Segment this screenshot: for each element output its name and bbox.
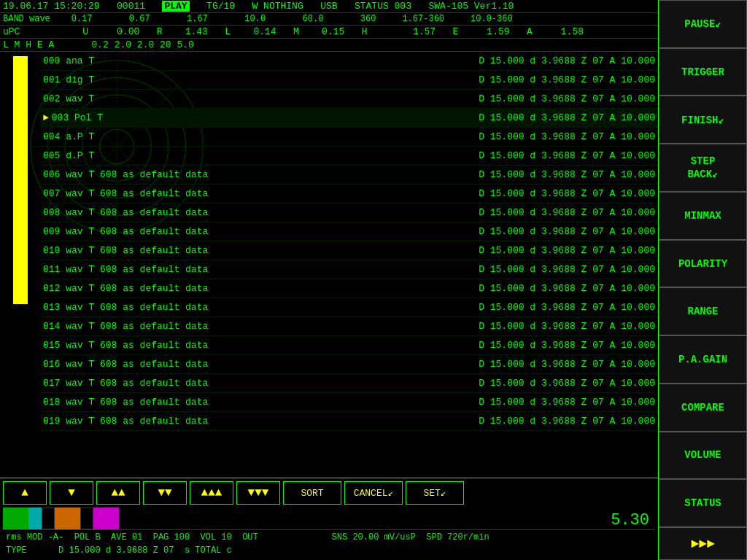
play-badge: PLAY	[162, 1, 189, 12]
d-val2: 15.000	[69, 545, 100, 556]
header-row: 19.06.17 15:20:29 00011 PLAY TG/10 W NOT…	[0, 0, 658, 13]
color-block-green	[3, 508, 28, 529]
band-v6: 360	[360, 14, 376, 24]
lmhea-row: L M H E A 0.2 2.0 2.0 20 5.0	[0, 39, 658, 52]
l-label: L	[225, 26, 231, 37]
spd-label: SPD	[426, 532, 442, 542]
channel-row-005[interactable]: 005 d.P T D 15.000 d 3.9688 Z 07 A 10.00…	[40, 147, 658, 166]
pol-val: B	[95, 532, 100, 542]
band-v3: 1.67	[187, 14, 208, 24]
bottom-status-row1: rms MOD -A- POL B AVE 01 PAG 100 VOL 10 …	[3, 529, 655, 544]
channel-row-002[interactable]: 002 wav T D 15.000 d 3.9688 Z 07 A 10.00…	[40, 90, 658, 109]
tg-label: TG/10	[206, 1, 235, 12]
band-v7: 1.67-360	[402, 14, 444, 24]
range-button[interactable]: RANGE	[659, 287, 747, 335]
level-bar	[13, 56, 28, 304]
ave-label: AVE	[111, 532, 127, 542]
bottom-controls: ▲ ▼ ▲▲ ▼▼ ▲▲▲ ▼▼▼ SORT CANCEL↙ SET↙	[0, 478, 658, 560]
z-label2: Z	[153, 545, 158, 556]
channel-row-014[interactable]: 014 wav T 608 as default data D 15.000 d…	[40, 317, 658, 336]
status-label: STATUS	[355, 1, 389, 12]
pa-gain-button[interactable]: P.A.GAIN	[659, 335, 747, 384]
value-display: 5.30	[611, 508, 655, 529]
pag-label: PAG	[153, 532, 169, 542]
pause-button[interactable]: PAUSE↙	[659, 0, 747, 48]
minmax-button[interactable]: MINMAX	[659, 192, 747, 240]
color-block-pink	[93, 508, 119, 529]
band-v1: 0.17	[71, 14, 93, 24]
channel-row-010[interactable]: 010 wav T 608 as default data D 15.000 d…	[40, 241, 658, 260]
u-label: U	[82, 26, 88, 37]
channel-row-012[interactable]: 012 wav T 608 as default data D 15.000 d…	[40, 279, 658, 298]
up2-button[interactable]: ▲▲	[96, 481, 140, 505]
color-block-orange	[55, 508, 80, 529]
trigger-button[interactable]: TRIGGER	[659, 48, 747, 96]
band-label: BAND wave	[3, 14, 50, 24]
step-back-button[interactable]: STEP BACK↙	[659, 144, 747, 192]
upc-row: uPC U 0.00 R 1.43 L 0.14 M 0.15 H 1.57	[0, 26, 658, 39]
channel-row-019[interactable]: 019 wav T 608 as default data D 15.000 d…	[40, 412, 658, 431]
h-label: H	[362, 26, 368, 37]
channel-row-003[interactable]: ► 003 Pol T D 15.000 d 3.9688 Z 07 A 10.…	[40, 109, 658, 128]
type-label: TYPE	[6, 545, 27, 556]
channel-row-011[interactable]: 011 wav T 608 as default data D 15.000 d…	[40, 260, 658, 279]
channel-row-000[interactable]: 000 ana T D 15.000 d 3.9688 Z 07 A 10.00…	[40, 52, 658, 71]
nav-button-row: ▲ ▼ ▲▲ ▼▼ ▲▲▲ ▼▼▼ SORT CANCEL↙ SET↙	[3, 481, 655, 505]
r-label: R	[157, 26, 163, 37]
c-label: c	[227, 545, 232, 556]
channel-row-001[interactable]: 001 dig T D 15.000 d 3.9688 Z 07 A 10.00…	[40, 71, 658, 90]
sns-val: 20.00	[352, 532, 379, 542]
channel-row-007[interactable]: 007 wav T 608 as default data D 15.000 d…	[40, 184, 658, 203]
band-v5: 60.0	[303, 14, 324, 24]
color-block-cyan	[28, 508, 42, 529]
mod-val: -A-	[48, 532, 64, 542]
up3-button[interactable]: ▲▲▲	[190, 481, 233, 505]
lmhea-values: 0.2 2.0 2.0 20 5.0	[91, 39, 193, 50]
channel-row-008[interactable]: 008 wav T 608 as default data D 15.000 d…	[40, 203, 658, 222]
sort-button[interactable]: SORT	[283, 481, 341, 505]
channel-row-016[interactable]: 016 wav T 608 as default data D 15.000 d…	[40, 355, 658, 374]
color-block-black1	[42, 508, 55, 529]
z-val2: 07	[163, 545, 174, 556]
vol-label: VOL	[201, 532, 217, 542]
finish-button[interactable]: FINISH↙	[659, 96, 747, 144]
channel-row-017[interactable]: 017 wav T 608 as default data D 15.000 d…	[40, 374, 658, 393]
channel-row-018[interactable]: 018 wav T 608 as default data D 15.000 d…	[40, 393, 658, 412]
channel-row-004[interactable]: 004 a.P T D 15.000 d 3.9688 Z 07 A 10.00…	[40, 128, 658, 147]
down3-button[interactable]: ▼▼▼	[236, 481, 280, 505]
version-label: SWA-105 Ver1.10	[428, 1, 514, 12]
down2-button[interactable]: ▼▼	[143, 481, 187, 505]
polarity-button[interactable]: POLARITY	[659, 240, 747, 288]
active-arrow: ►	[43, 112, 49, 123]
right-panel-inner: PAUSE↙ TRIGGER FINISH↙ STEP BACK↙ MINMAX…	[659, 0, 747, 560]
channel-row-015[interactable]: 015 wav T 608 as default data D 15.000 d…	[40, 336, 658, 355]
down-button[interactable]: ▼	[50, 481, 93, 505]
record-id: 00011	[117, 1, 145, 12]
a-val: 1.58	[561, 26, 584, 37]
compare-button[interactable]: COMPARE	[659, 384, 747, 432]
h-val: 1.57	[413, 26, 436, 37]
u-val: 0.00	[117, 26, 139, 37]
channel-row-006[interactable]: 006 wav T 608 as default data D 15.000 d…	[40, 166, 658, 184]
main-layout: 19.06.17 15:20:29 00011 PLAY TG/10 W NOT…	[0, 0, 747, 560]
channel-row-009[interactable]: 009 wav T 608 as default data D 15.000 d…	[40, 222, 658, 241]
arrows-button[interactable]: ►►►	[659, 527, 747, 560]
e-label: E	[453, 26, 459, 37]
volume-button[interactable]: VOLUME	[659, 432, 747, 480]
set-button[interactable]: SET↙	[406, 481, 464, 505]
status-button[interactable]: STATUS	[659, 479, 747, 527]
left-sidebar	[0, 52, 40, 478]
band-v2: 0.67	[129, 14, 150, 24]
up-button[interactable]: ▲	[3, 481, 47, 505]
m-label: M	[293, 26, 299, 37]
pol-label: POL	[74, 532, 90, 542]
m-val: 0.15	[322, 26, 344, 37]
channel-row-013[interactable]: 013 wav T 608 as default data D 15.000 d…	[40, 298, 658, 317]
d-label2: D	[58, 545, 63, 556]
color-blocks	[3, 508, 119, 529]
mod-label: MOD	[27, 532, 43, 542]
usb-label: USB	[320, 1, 337, 12]
upc-label: uPC	[3, 26, 20, 37]
d2-label2: d	[106, 545, 111, 556]
cancel-button[interactable]: CANCEL↙	[344, 481, 403, 505]
